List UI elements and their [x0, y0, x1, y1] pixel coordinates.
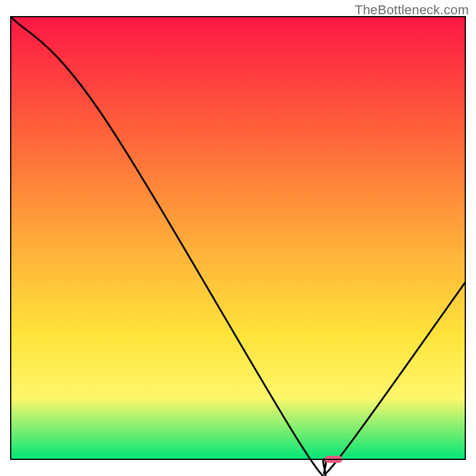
bottleneck-chart	[0, 0, 476, 476]
watermark-text: TheBottleneck.com	[355, 2, 469, 18]
